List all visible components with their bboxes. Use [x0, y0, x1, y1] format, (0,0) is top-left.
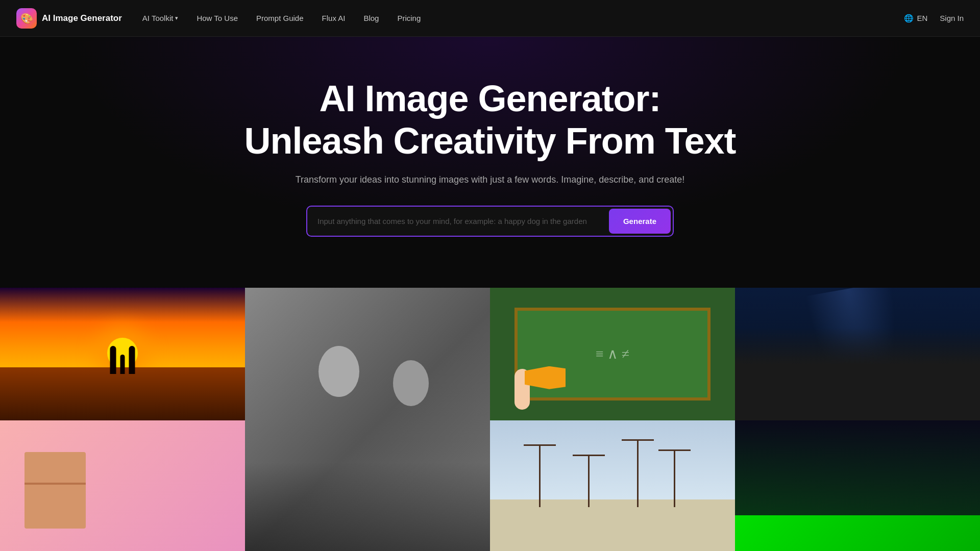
- hero-section: AI Image Generator:Unleash Creativity Fr…: [0, 37, 980, 267]
- nav-right: 🌐 EN Sign In: [904, 14, 964, 23]
- gallery-item-bw-couple: aiimagegenerator.is: [245, 288, 490, 551]
- gallery-item-greenscreen: [735, 420, 980, 551]
- nav-item-pricing[interactable]: Pricing: [397, 14, 421, 22]
- silhouettes: [110, 346, 135, 374]
- gallery-item-room: [0, 420, 245, 551]
- sunset-water: [0, 367, 245, 420]
- generate-button[interactable]: Generate: [609, 209, 671, 234]
- nav-links: AI Toolkit ▾ How To Use Prompt Guide Flu…: [142, 14, 904, 22]
- navbar: 🎨 AI Image Generator AI Toolkit ▾ How To…: [0, 0, 980, 37]
- megaphone-arm: [514, 369, 530, 410]
- logo-link[interactable]: 🎨 AI Image Generator: [16, 8, 122, 29]
- nav-item-prompt-guide[interactable]: Prompt Guide: [256, 14, 304, 22]
- nav-item-flux-ai[interactable]: Flux AI: [322, 14, 346, 22]
- logo-icon: 🎨: [16, 8, 37, 29]
- nav-item-ai-toolkit[interactable]: AI Toolkit ▾: [142, 14, 179, 22]
- gallery-item-chalkboard: ≡ ∧ ≠: [490, 288, 735, 420]
- globe-icon: 🌐: [904, 14, 914, 23]
- gallery-grid: aiimagegenerator.is ≡ ∧ ≠: [0, 288, 980, 551]
- nav-item-blog[interactable]: Blog: [363, 14, 379, 22]
- hero-subtitle: Transform your ideas into stunning image…: [20, 174, 960, 185]
- prompt-input[interactable]: [307, 209, 607, 234]
- chevron-down-icon: ▾: [175, 15, 178, 21]
- gallery-item-crowd: [735, 288, 980, 420]
- gallery-item-sunset: [0, 288, 245, 420]
- logo-text: AI Image Generator: [42, 13, 122, 23]
- prompt-search-bar: Generate: [306, 206, 674, 237]
- nav-item-how-to-use[interactable]: How To Use: [197, 14, 238, 22]
- gallery-item-trees: [490, 420, 735, 551]
- sign-in-button[interactable]: Sign In: [940, 14, 964, 22]
- hero-title: AI Image Generator:Unleash Creativity Fr…: [20, 78, 960, 162]
- language-button[interactable]: 🌐 EN: [904, 14, 927, 23]
